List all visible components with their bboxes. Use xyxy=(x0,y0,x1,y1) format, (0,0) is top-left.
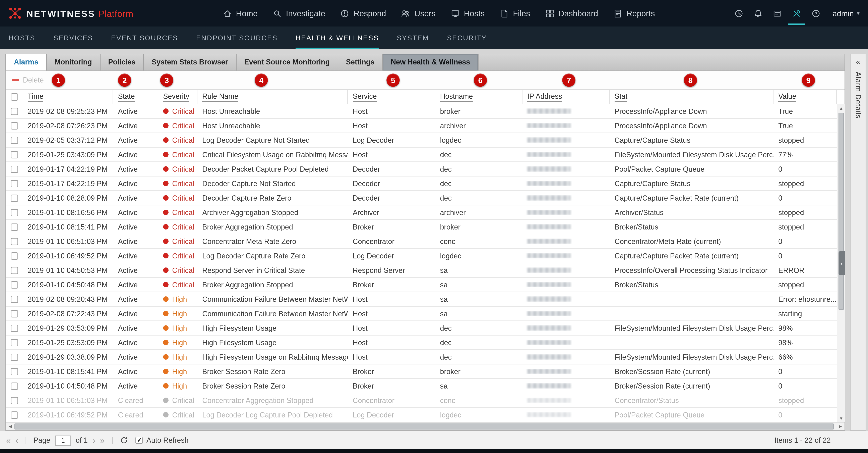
page-input[interactable] xyxy=(55,435,71,446)
table-row[interactable]: 2019-01-17 04:22:19 PMActiveCriticalDeco… xyxy=(6,176,837,191)
nav-item-dashboard[interactable]: Dashboard xyxy=(545,9,598,18)
table-row[interactable]: 2019-01-10 04:50:48 PMActiveHighBroker S… xyxy=(6,379,837,393)
nav-item-reports[interactable]: Reports xyxy=(613,9,655,18)
notifications-bell-icon[interactable] xyxy=(754,9,763,18)
nav-item-users[interactable]: Users xyxy=(401,9,436,18)
jobs-icon[interactable] xyxy=(773,9,782,18)
row-checkbox[interactable] xyxy=(6,223,23,230)
table-row[interactable]: 2019-01-10 08:28:09 PMActiveCriticalDeco… xyxy=(6,191,837,205)
column-header-rule-name[interactable]: Rule Name xyxy=(197,90,348,104)
row-checkbox[interactable] xyxy=(6,368,23,375)
alarm-details-panel-collapsed[interactable]: « Alarm Details xyxy=(850,54,866,431)
column-header-stat[interactable]: Stat xyxy=(610,90,774,104)
column-header-severity[interactable]: Severity xyxy=(158,90,197,104)
subnav-item-hosts[interactable]: HOSTS xyxy=(8,27,35,49)
horizontal-scrollbar[interactable]: ◀ ▶ xyxy=(6,422,844,430)
brand[interactable]: NETWITNESS Platform xyxy=(8,7,152,19)
column-header-ip-address[interactable]: IP Address xyxy=(523,90,610,104)
nav-item-investigate[interactable]: Investigate xyxy=(273,9,325,18)
subnav-item-event-sources[interactable]: EVENT SOURCES xyxy=(111,27,178,49)
column-header-value[interactable]: Value xyxy=(774,90,837,104)
row-checkbox[interactable] xyxy=(6,238,23,245)
table-row[interactable]: 2019-01-10 06:51:03 PMActiveCriticalConc… xyxy=(6,234,837,249)
row-checkbox[interactable] xyxy=(6,295,23,303)
tab-alarms[interactable]: Alarms xyxy=(6,54,47,70)
table-row[interactable]: 2019-01-29 03:53:09 PMActiveHighHigh Fil… xyxy=(6,321,837,336)
prev-page-button[interactable]: ‹ xyxy=(16,436,18,445)
tab-new-health-wellness[interactable]: New Health & Wellness xyxy=(383,54,478,70)
row-checkbox[interactable] xyxy=(6,411,23,419)
expand-panel-icon[interactable]: « xyxy=(856,57,860,66)
row-checkbox[interactable] xyxy=(6,122,23,129)
table-row[interactable]: 2019-01-10 06:51:03 PMClearedCriticalCon… xyxy=(6,393,837,408)
tab-event-source-monitoring[interactable]: Event Source Monitoring xyxy=(236,54,338,70)
tab-policies[interactable]: Policies xyxy=(100,54,144,70)
row-checkbox[interactable] xyxy=(6,310,23,317)
subnav-item-endpoint-sources[interactable]: ENDPOINT SOURCES xyxy=(196,27,278,49)
table-row[interactable]: 2019-01-10 04:50:53 PMActiveCriticalResp… xyxy=(6,263,837,278)
row-checkbox[interactable] xyxy=(6,180,23,187)
table-row[interactable]: 2019-01-29 03:38:09 PMActiveHighHigh Fil… xyxy=(6,350,837,364)
table-row[interactable]: 2019-01-10 08:16:56 PMActiveCriticalArch… xyxy=(6,205,837,220)
row-checkbox[interactable] xyxy=(6,137,23,144)
row-checkbox[interactable] xyxy=(6,209,23,216)
table-row[interactable]: 2019-01-10 06:49:52 PMClearedCriticalLog… xyxy=(6,408,837,422)
help-icon[interactable]: ? xyxy=(811,9,820,18)
row-checkbox[interactable] xyxy=(6,151,23,158)
row-checkbox[interactable] xyxy=(6,397,23,404)
nav-item-hosts[interactable]: Hosts xyxy=(451,9,485,18)
table-row[interactable]: 2019-01-10 08:15:41 PMActiveHighBroker S… xyxy=(6,364,837,379)
table-row[interactable]: 2019-02-08 09:20:43 PMActiveHighCommunic… xyxy=(6,292,837,307)
scroll-right-icon[interactable]: ▶ xyxy=(836,424,844,429)
row-checkbox[interactable] xyxy=(6,324,23,332)
table-row[interactable]: 2019-01-29 03:43:09 PMActiveCriticalCrit… xyxy=(6,148,837,162)
table-row[interactable]: 2019-01-17 04:22:19 PMActiveCriticalDeco… xyxy=(6,162,837,176)
subnav-item-health-wellness[interactable]: HEALTH & WELLNESS xyxy=(296,27,379,49)
panel-expander-icon[interactable]: ‹ xyxy=(838,251,845,275)
row-checkbox[interactable] xyxy=(6,166,23,173)
scroll-left-icon[interactable]: ◀ xyxy=(6,424,14,429)
refresh-button[interactable] xyxy=(120,436,128,445)
row-checkbox[interactable] xyxy=(6,194,23,202)
tab-settings[interactable]: Settings xyxy=(338,54,383,70)
nav-item-home[interactable]: Home xyxy=(223,9,258,18)
row-checkbox[interactable] xyxy=(6,339,23,346)
horizontal-scroll-thumb[interactable] xyxy=(14,423,834,429)
nav-item-files[interactable]: Files xyxy=(500,9,530,18)
column-header-service[interactable]: Service xyxy=(348,90,435,104)
last-page-button[interactable]: » xyxy=(100,436,105,445)
user-menu[interactable]: admin ▾ xyxy=(833,9,860,18)
delete-button[interactable]: Delete xyxy=(12,76,44,84)
subnav-item-system[interactable]: SYSTEM xyxy=(397,27,429,49)
scroll-down-icon[interactable]: ▼ xyxy=(837,415,845,422)
nav-item-respond[interactable]: Respond xyxy=(340,9,386,18)
subnav-item-services[interactable]: SERVICES xyxy=(53,27,93,49)
vertical-scroll-thumb[interactable] xyxy=(838,113,844,310)
auto-refresh-checkbox[interactable] xyxy=(136,437,143,444)
table-row[interactable]: 2019-01-10 06:49:52 PMActiveCriticalLog … xyxy=(6,249,837,263)
table-row[interactable]: 2019-02-05 03:37:12 PMActiveCriticalLog … xyxy=(6,133,837,148)
next-page-button[interactable]: › xyxy=(93,436,95,445)
table-row[interactable]: 2019-01-10 08:15:41 PMActiveCriticalBrok… xyxy=(6,220,837,234)
table-row[interactable]: 2019-01-29 03:53:09 PMActiveHighHigh Fil… xyxy=(6,336,837,350)
table-row[interactable]: 2019-01-10 04:50:48 PMActiveCriticalBrok… xyxy=(6,278,837,292)
row-checkbox[interactable] xyxy=(6,382,23,390)
row-checkbox[interactable] xyxy=(6,353,23,361)
row-checkbox[interactable] xyxy=(6,108,23,115)
select-all-checkbox[interactable] xyxy=(6,90,23,104)
live-clock-icon[interactable] xyxy=(734,9,743,18)
table-row[interactable]: 2019-02-08 07:22:43 PMActiveHighCommunic… xyxy=(6,307,837,321)
admin-tools-icon[interactable] xyxy=(792,9,801,18)
row-checkbox[interactable] xyxy=(6,267,23,274)
table-row[interactable]: 2019-02-08 09:25:23 PMActiveCriticalHost… xyxy=(6,104,837,119)
first-page-button[interactable]: « xyxy=(6,436,11,445)
row-checkbox[interactable] xyxy=(6,281,23,288)
row-checkbox[interactable] xyxy=(6,252,23,259)
column-header-time[interactable]: Time xyxy=(23,90,113,104)
subnav-item-security[interactable]: SECURITY xyxy=(447,27,487,49)
tab-monitoring[interactable]: Monitoring xyxy=(47,54,100,70)
table-row[interactable]: 2019-02-08 07:26:23 PMActiveCriticalHost… xyxy=(6,119,837,133)
column-header-state[interactable]: State xyxy=(113,90,158,104)
scroll-up-icon[interactable]: ▲ xyxy=(837,104,845,112)
column-header-hostname[interactable]: Hostname xyxy=(435,90,523,104)
